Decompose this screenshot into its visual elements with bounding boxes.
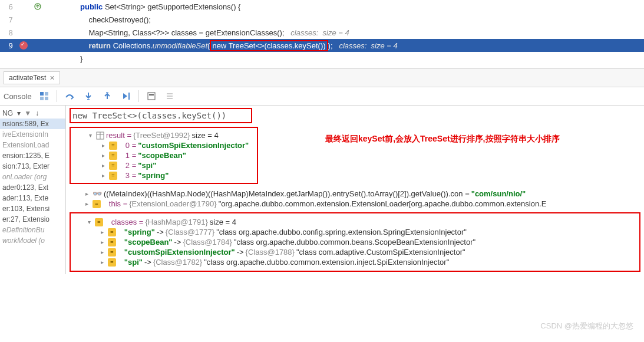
expand-icon[interactable]: ▸ — [82, 190, 91, 197]
watch-expr[interactable]: ▸ 👓 ((MetaIndex)((HashMap.Node)((HashMap… — [70, 189, 644, 199]
stack-frame[interactable]: iveExtensionIn — [0, 129, 65, 140]
annotation-text: 最终返回keySet前,会放入TreeSet进行排序,按照字符串大小排序 — [325, 134, 560, 144]
map-entry[interactable]: ▸= "spring" -> {Class@1777} "class org.a… — [72, 227, 638, 237]
tree-item[interactable]: ▸= 1 = "scopeBean" — [73, 150, 255, 160]
stack-frame[interactable]: sion:713, Exter — [0, 161, 65, 172]
debug-toolbar: Console — [0, 87, 644, 106]
svg-rect-7 — [128, 93, 130, 100]
code-line[interactable]: Map<String, Class<?>> classes = getExten… — [45, 28, 349, 37]
expand-icon[interactable]: ▸ — [98, 229, 106, 235]
field-icon: = — [95, 218, 103, 226]
field-icon: = — [108, 248, 116, 256]
trace-icon[interactable] — [164, 90, 177, 103]
run-to-cursor-icon[interactable] — [120, 90, 133, 103]
console-label[interactable]: Console — [4, 92, 32, 101]
expand-icon[interactable]: ▸ — [98, 239, 106, 245]
svg-rect-10 — [167, 93, 173, 94]
evaluate-input[interactable]: new TreeSet<>(classes.keySet()) — [70, 108, 252, 123]
result-group: ▾ result = {TreeSet@1992} size = 4 ▸= 0 … — [70, 127, 258, 184]
expand-icon[interactable]: ▾ — [86, 132, 94, 139]
expand-icon[interactable]: ▸ — [98, 249, 106, 255]
stack-frame[interactable]: nsions:589, Ex — [0, 119, 65, 129]
map-entry[interactable]: ▸= "scopeBean" -> {Class@1784} "class or… — [72, 237, 638, 247]
svg-rect-12 — [167, 98, 173, 99]
code-line[interactable]: return Collections.unmodifiableSet(new T… — [45, 41, 398, 50]
expand-icon[interactable]: ▸ — [82, 200, 91, 207]
stack-frame[interactable]: onLoader (org — [0, 172, 65, 182]
table-icon — [96, 131, 104, 140]
stack-frame[interactable]: ExtensionLoad — [0, 140, 65, 150]
code-editor: 6 public Set<String> getSupportedExtensi… — [0, 0, 644, 65]
step-over-icon[interactable] — [63, 90, 76, 103]
run-config-tabs: activateTest ✕ — [0, 68, 644, 87]
thread-selector[interactable]: NG ▾ ▼ ↓ — [0, 108, 65, 119]
watch-icon: 👓 — [93, 189, 102, 198]
field-icon: = — [108, 238, 116, 246]
var-classes[interactable]: ▾ = classes = {HashMap@1791} size = 4 — [72, 217, 638, 227]
line-number: 6 — [0, 2, 16, 11]
svg-rect-3 — [40, 97, 44, 100]
expand-icon[interactable]: ▾ — [85, 219, 93, 225]
line-number: 8 — [0, 28, 16, 37]
map-entry[interactable]: ▸= "customSpiExtensionInjector" -> {Clas… — [72, 247, 638, 257]
code-line[interactable]: public Set<String> getSupportedExtension… — [45, 2, 240, 11]
classes-group: ▾ = classes = {HashMap@1791} size = 4 ▸=… — [70, 212, 640, 272]
stack-frame[interactable]: ension:1235, E — [0, 150, 65, 161]
var-this[interactable]: ▸ = this = {ExtensionLoader@1790} "org.a… — [70, 199, 644, 209]
layout-icon[interactable] — [38, 90, 51, 103]
expand-icon[interactable]: ▸ — [99, 152, 107, 159]
evaluate-icon[interactable] — [145, 90, 158, 103]
tree-item[interactable]: ▸= 2 = "spi" — [73, 160, 255, 170]
svg-rect-8 — [148, 93, 155, 100]
stack-frame[interactable]: er:27, Extensio — [0, 214, 65, 225]
svg-rect-11 — [167, 96, 173, 97]
step-out-icon[interactable] — [101, 90, 114, 103]
svg-rect-9 — [149, 94, 154, 96]
override-gutter-icon[interactable] — [31, 3, 45, 10]
expand-icon[interactable]: ▸ — [99, 172, 107, 179]
step-into-icon[interactable] — [82, 90, 95, 103]
field-icon: = — [108, 228, 116, 236]
expand-icon[interactable]: ▸ — [99, 142, 107, 149]
map-entry[interactable]: ▸= "spi" -> {Class@1782} "class org.apac… — [72, 257, 638, 267]
line-number: 9 — [0, 41, 16, 50]
field-icon: = — [109, 152, 117, 160]
field-icon: = — [109, 142, 117, 150]
field-icon: = — [109, 172, 117, 180]
svg-rect-2 — [45, 92, 48, 96]
tab-label: activateTest — [9, 74, 46, 82]
line-number: 7 — [0, 15, 16, 24]
breakpoint-icon[interactable] — [16, 41, 31, 50]
field-icon: = — [109, 162, 117, 170]
stack-frame[interactable]: er:103, Extensi — [0, 203, 65, 214]
code-line[interactable]: } — [45, 54, 82, 63]
svg-rect-1 — [40, 92, 44, 96]
stack-frame[interactable]: eDefinitionBu — [0, 225, 65, 235]
field-icon: = — [93, 200, 101, 208]
variables-panel: new TreeSet<>(classes.keySet()) ▾ result… — [66, 106, 644, 274]
highlighted-expr: new TreeSet<>(classes.keySet()) — [210, 40, 328, 51]
stack-frame[interactable]: workModel (o — [0, 235, 65, 246]
stack-frame[interactable]: ader:113, Exte — [0, 193, 65, 203]
svg-rect-4 — [45, 97, 48, 100]
tree-item[interactable]: ▸= 0 = "customSpiExtensionInjector" — [73, 140, 255, 150]
close-icon[interactable]: ✕ — [49, 74, 55, 82]
var-result[interactable]: ▾ result = {TreeSet@1992} size = 4 — [73, 130, 255, 140]
tab-activate-test[interactable]: activateTest ✕ — [4, 71, 60, 84]
stack-frame[interactable]: ader0:123, Ext — [0, 182, 65, 193]
svg-rect-6 — [106, 92, 108, 93]
code-line[interactable]: checkDestroyed(); — [45, 15, 151, 24]
tree-item[interactable]: ▸= 3 = "spring" — [73, 170, 255, 180]
expand-icon[interactable]: ▸ — [99, 162, 107, 169]
field-icon: = — [108, 258, 116, 267]
frames-panel: NG ▾ ▼ ↓ nsions:589, Ex iveExtensionIn E… — [0, 106, 66, 274]
svg-rect-5 — [87, 99, 90, 100]
expand-icon[interactable]: ▸ — [98, 259, 106, 265]
